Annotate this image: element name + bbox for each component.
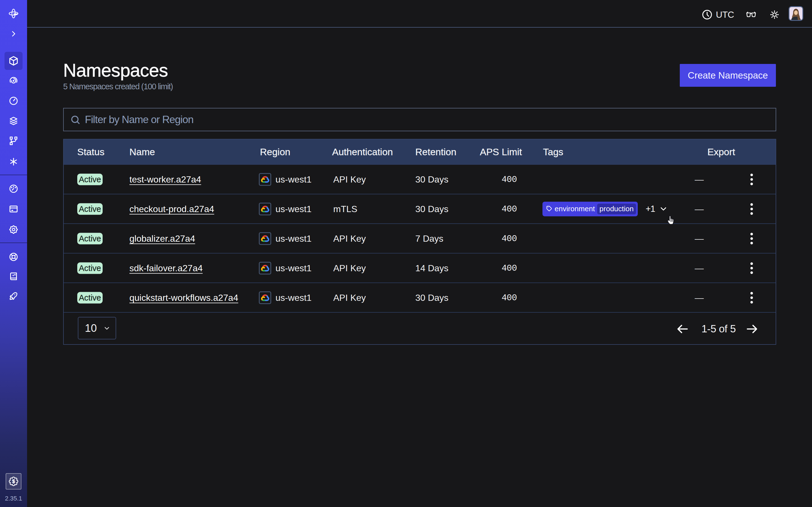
svg-text:$: $ [12,478,15,484]
